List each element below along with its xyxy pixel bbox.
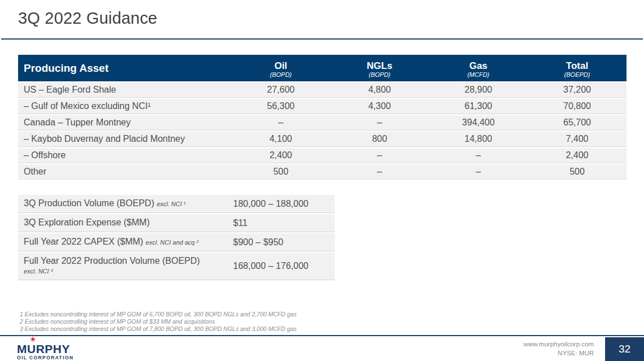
murphy-oil-logo: ✶ MURPHY OIL CORPORATION bbox=[17, 340, 85, 360]
guidance-label: 3Q Exploration Expense ($MM) bbox=[18, 217, 229, 229]
footnote-2: 2 Excludes noncontrolling interest of MP… bbox=[20, 318, 296, 325]
column-header-oil: Oil (BOPD) bbox=[231, 55, 330, 81]
asset-cell: Other bbox=[18, 163, 231, 180]
ngls-cell: – bbox=[330, 147, 429, 163]
list-item: 3Q Exploration Expense ($MM) $11 bbox=[18, 214, 335, 232]
guidance-value: $11 bbox=[229, 218, 335, 228]
column-header-label: Producing Asset bbox=[24, 62, 108, 74]
oil-cell: – bbox=[231, 114, 330, 131]
column-header-gas: Gas (MCFD) bbox=[429, 55, 528, 81]
website-link: www.murphyoilcorp.com bbox=[523, 340, 594, 349]
guidance-label: 3Q Production Volume (BOEPD) excl. NCI ¹ bbox=[18, 198, 229, 210]
oil-cell: 500 bbox=[231, 163, 330, 180]
total-cell: 2,400 bbox=[528, 147, 627, 163]
ngls-cell: 4,300 bbox=[330, 98, 429, 114]
table-row: Canada – Tupper Montney – – 394,400 65,7… bbox=[18, 114, 627, 131]
ngls-cell: 800 bbox=[330, 131, 429, 147]
guidance-value: 168,000 – 176,000 bbox=[229, 261, 335, 271]
list-item: 3Q Production Volume (BOEPD) excl. NCI ¹… bbox=[18, 195, 335, 213]
production-table-header-row: Producing Asset Oil (BOPD) NGLs (BOPD) G… bbox=[18, 55, 627, 81]
asset-cell: – Kaybob Duvernay and Placid Montney bbox=[18, 131, 231, 147]
logo-subtitle: OIL CORPORATION bbox=[17, 355, 85, 360]
column-header-unit: (BOEPD) bbox=[528, 71, 627, 79]
slide: 3Q 2022 Guidance Producing Asset Oil (BO… bbox=[0, 0, 644, 361]
ngls-cell: – bbox=[330, 163, 429, 180]
star-icon: ✶ bbox=[29, 335, 37, 343]
list-item: Full Year 2022 Production Volume (BOEPD)… bbox=[18, 253, 335, 280]
table-row: Other 500 – – 500 bbox=[18, 163, 627, 180]
oil-cell: 4,100 bbox=[231, 131, 330, 147]
ngls-cell: – bbox=[330, 114, 429, 131]
table-row: – Gulf of Mexico excluding NCI¹ 56,300 4… bbox=[18, 98, 627, 114]
guidance-label: Full Year 2022 CAPEX ($MM) excl. NCI and… bbox=[18, 236, 229, 248]
guidance-label-text: Full Year 2022 Production Volume (BOEPD) bbox=[24, 256, 200, 266]
stock-ticker: NYSE: MUR bbox=[523, 349, 594, 358]
table-row: – Offshore 2,400 – – 2,400 bbox=[18, 147, 627, 163]
gas-cell: – bbox=[429, 147, 528, 163]
logo-wordmark: MURPHY bbox=[17, 343, 85, 355]
guidance-label-text: 3Q Production Volume (BOEPD) bbox=[24, 198, 154, 208]
footer-divider bbox=[0, 335, 644, 336]
production-table: Producing Asset Oil (BOPD) NGLs (BOPD) G… bbox=[18, 55, 627, 180]
column-header-producing-asset: Producing Asset bbox=[18, 55, 231, 81]
guidance-summary-table: 3Q Production Volume (BOEPD) excl. NCI ¹… bbox=[18, 195, 335, 281]
guidance-label: Full Year 2022 Production Volume (BOEPD)… bbox=[18, 255, 229, 277]
table-row: US – Eagle Ford Shale 27,600 4,800 28,90… bbox=[18, 81, 627, 98]
column-header-total: Total (BOEPD) bbox=[528, 55, 627, 81]
oil-cell: 27,600 bbox=[231, 81, 330, 98]
guidance-label-note: excl. NCI ¹ bbox=[157, 201, 186, 207]
table-row: – Kaybob Duvernay and Placid Montney 4,1… bbox=[18, 131, 627, 147]
footer-meta: www.murphyoilcorp.com NYSE: MUR bbox=[523, 340, 594, 358]
page-title: 3Q 2022 Guidance bbox=[18, 9, 157, 28]
gas-cell: 14,800 bbox=[429, 131, 528, 147]
column-header-unit: (BOPD) bbox=[330, 71, 429, 79]
total-cell: 37,200 bbox=[528, 81, 627, 98]
title-divider bbox=[1, 38, 643, 40]
footnotes: 1 Excludes noncontrolling interest of MP… bbox=[20, 311, 296, 333]
gas-cell: 61,300 bbox=[429, 98, 528, 114]
column-header-label: NGLs bbox=[330, 60, 429, 71]
column-header-ngls: NGLs (BOPD) bbox=[330, 55, 429, 81]
guidance-value: $900 – $950 bbox=[229, 237, 335, 247]
asset-cell: – Gulf of Mexico excluding NCI¹ bbox=[18, 98, 231, 114]
column-header-label: Gas bbox=[429, 60, 528, 71]
list-item: Full Year 2022 CAPEX ($MM) excl. NCI and… bbox=[18, 233, 335, 251]
column-header-unit: (BOPD) bbox=[231, 71, 330, 79]
page-number: 32 bbox=[605, 337, 644, 361]
asset-cell: – Offshore bbox=[18, 147, 231, 163]
total-cell: 65,700 bbox=[528, 114, 627, 131]
oil-cell: 56,300 bbox=[231, 98, 330, 114]
column-header-label: Oil bbox=[231, 60, 330, 71]
guidance-label-text: Full Year 2022 CAPEX ($MM) bbox=[24, 237, 143, 246]
total-cell: 500 bbox=[528, 163, 627, 180]
guidance-label-note: excl. NCI and acq ² bbox=[146, 239, 199, 246]
guidance-value: 180,000 – 188,000 bbox=[229, 199, 335, 209]
gas-cell: 28,900 bbox=[429, 81, 528, 98]
asset-cell: Canada – Tupper Montney bbox=[18, 114, 231, 131]
gas-cell: – bbox=[429, 163, 528, 180]
ngls-cell: 4,800 bbox=[330, 81, 429, 98]
guidance-label-note: excl. NCI ³ bbox=[24, 266, 229, 277]
asset-cell: US – Eagle Ford Shale bbox=[18, 81, 231, 98]
gas-cell: 394,400 bbox=[429, 114, 528, 131]
column-header-label: Total bbox=[528, 60, 627, 71]
total-cell: 7,400 bbox=[528, 131, 627, 147]
footnote-1: 1 Excludes noncontrolling interest of MP… bbox=[20, 311, 296, 318]
oil-cell: 2,400 bbox=[231, 147, 330, 163]
footnote-3: 3 Excludes noncontrolling interest of MP… bbox=[20, 325, 296, 333]
column-header-unit: (MCFD) bbox=[429, 71, 528, 79]
guidance-label-text: 3Q Exploration Expense ($MM) bbox=[24, 218, 150, 227]
total-cell: 70,800 bbox=[528, 98, 627, 114]
